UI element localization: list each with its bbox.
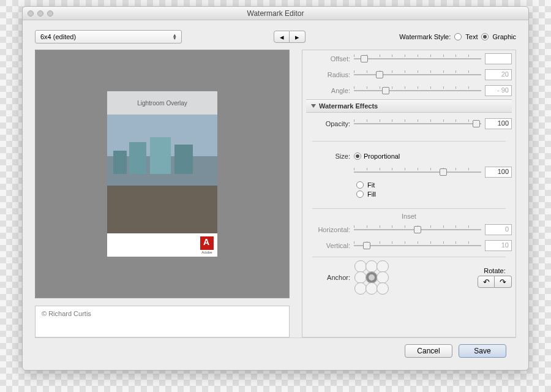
angle-label: Angle: <box>306 87 350 94</box>
logo-caption: Adobe <box>201 251 212 254</box>
anchor-center[interactable] <box>365 271 378 284</box>
horizontal-label: Horizontal: <box>306 226 350 233</box>
preview-side: Lightroom Overlay Adobe © Richa <box>35 50 290 337</box>
cancel-button[interactable]: Cancel <box>405 344 452 358</box>
size-slider[interactable] <box>354 168 481 176</box>
copyright-field[interactable]: © Richard Curtis <box>35 306 290 337</box>
rotate-right-button[interactable]: ↷ <box>495 276 512 288</box>
dropdown-arrows-icon: ▴▾ <box>173 34 176 40</box>
size-proportional-radio[interactable] <box>354 153 361 160</box>
prev-button[interactable]: ◂ <box>274 31 290 43</box>
preview-box: Lightroom Overlay Adobe <box>35 50 290 298</box>
rotate-left-button[interactable]: ↶ <box>478 276 495 288</box>
panel-body: Offset: Radius: 20 Angle: - 90 <box>302 50 515 337</box>
overlay-text: Lightroom Overlay <box>107 91 217 115</box>
rotate-label: Rotate: <box>478 267 512 274</box>
size-label: Size: <box>306 153 350 160</box>
offset-slider[interactable] <box>354 55 481 63</box>
photo-image <box>107 115 217 233</box>
top-row: 6x4 (edited) ▴▾ ◂ ▸ Watermark Style: Tex… <box>35 30 516 43</box>
size-fit-row: Fit <box>356 181 512 189</box>
preview-nav: ◂ ▸ <box>274 31 305 43</box>
size-fit-radio[interactable] <box>356 181 364 189</box>
offset-row: Offset: <box>306 51 512 66</box>
angle-row: Angle: - 90 <box>306 83 512 98</box>
style-text-radio[interactable] <box>454 33 462 40</box>
effects-header[interactable]: Watermark Effects <box>306 99 512 113</box>
size-proportional-label: Proportional <box>364 153 400 160</box>
watermark-editor-window: Watermark Editor 6x4 (edited) ▴▾ ◂ ▸ Wat… <box>22 6 529 371</box>
opacity-slider[interactable] <box>354 119 481 128</box>
titlebar: Watermark Editor <box>23 7 528 20</box>
horizontal-slider[interactable] <box>354 225 481 234</box>
size-fit-label: Fit <box>367 181 375 189</box>
size-group: Size: Proportional 100 Fit <box>306 145 512 205</box>
style-text-label: Text <box>465 33 478 40</box>
anchor-row: Anchor: Rotate: ↶ ↷ <box>306 261 512 294</box>
anchor-label: Anchor: <box>306 274 350 281</box>
offset-value[interactable] <box>485 53 512 64</box>
radius-row: Radius: 20 <box>306 67 512 82</box>
offset-label: Offset: <box>306 55 350 62</box>
vertical-slider[interactable] <box>354 241 481 250</box>
next-button[interactable]: ▸ <box>290 31 305 43</box>
style-graphic-label: Graphic <box>492 33 516 40</box>
effects-header-label: Watermark Effects <box>319 102 378 110</box>
disclosure-icon <box>311 104 316 108</box>
footer: Cancel Save <box>35 337 516 364</box>
opacity-group: Opacity: 100 <box>306 113 512 137</box>
angle-value[interactable]: - 90 <box>485 85 512 96</box>
main-area: Lightroom Overlay Adobe © Richa <box>35 50 516 337</box>
horizontal-value[interactable]: 0 <box>485 224 512 235</box>
opacity-value[interactable]: 100 <box>485 118 512 129</box>
radius-value[interactable]: 20 <box>485 69 512 80</box>
window-title: Watermark Editor <box>23 9 528 18</box>
radius-slider[interactable] <box>354 70 481 79</box>
size-value[interactable]: 100 <box>485 167 512 178</box>
photo-footer: Adobe <box>107 233 217 257</box>
rotate-group: Rotate: ↶ ↷ <box>478 267 512 288</box>
size-fill-row: Fill <box>356 190 512 198</box>
content-area: 6x4 (edited) ▴▾ ◂ ▸ Watermark Style: Tex… <box>23 20 528 370</box>
style-label: Watermark Style: <box>399 33 451 40</box>
inset-label: Inset <box>306 213 512 220</box>
size-fill-radio[interactable] <box>356 190 364 198</box>
horizontal-row: Horizontal: 0 <box>306 222 512 237</box>
watermark-style-group: Watermark Style: Text Graphic <box>399 33 516 40</box>
size-fill-label: Fill <box>367 190 376 198</box>
style-graphic-radio[interactable] <box>481 33 489 40</box>
preview-photo: Lightroom Overlay Adobe <box>107 91 217 257</box>
angle-slider[interactable] <box>354 86 481 95</box>
settings-panel: Offset: Radius: 20 Angle: - 90 <box>302 50 516 337</box>
copyright-text: © Richard Curtis <box>42 310 91 317</box>
vertical-label: Vertical: <box>306 242 350 249</box>
preset-selected-label: 6x4 (edited) <box>40 33 76 40</box>
anchor-grid[interactable] <box>355 261 388 294</box>
vertical-value[interactable]: 10 <box>485 240 512 251</box>
adobe-logo-icon <box>200 236 214 250</box>
radius-label: Radius: <box>306 71 350 78</box>
vertical-row: Vertical: 10 <box>306 238 512 253</box>
preset-select[interactable]: 6x4 (edited) ▴▾ <box>35 30 182 43</box>
save-button[interactable]: Save <box>459 344 506 358</box>
opacity-label: Opacity: <box>306 120 350 127</box>
